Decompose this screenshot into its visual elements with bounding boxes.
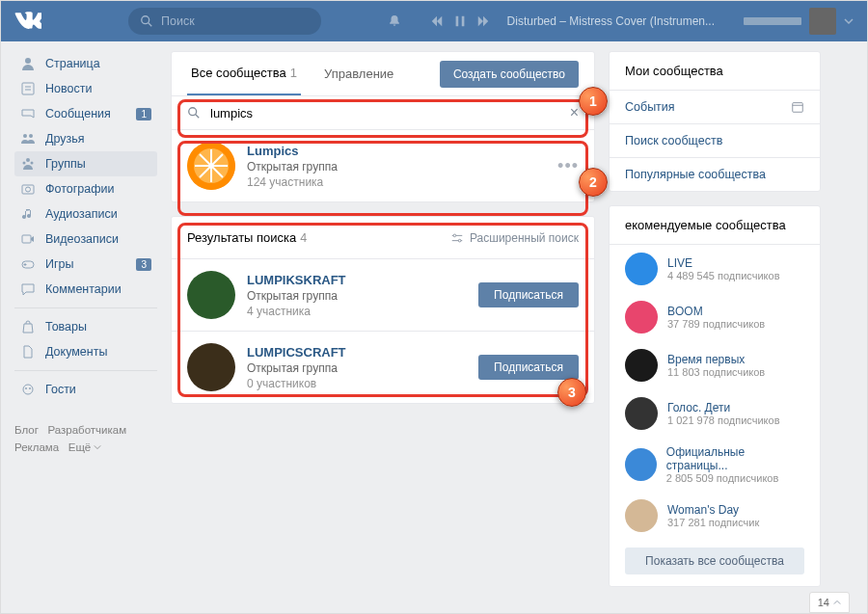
notifications-pill[interactable]: 14 xyxy=(809,592,850,613)
rec-name: Официальные страницы... xyxy=(666,445,804,472)
rec-item[interactable]: Время первых 11 803 подписчиков xyxy=(610,341,820,389)
badge: 1 xyxy=(136,108,151,120)
header-search[interactable]: Поиск xyxy=(128,8,321,35)
rec-item[interactable]: Голос. Дети 1 021 978 подписчиков xyxy=(610,389,820,438)
footer-link[interactable]: Ещё xyxy=(68,441,92,453)
prev-icon[interactable] xyxy=(430,14,444,28)
svg-point-8 xyxy=(23,134,27,138)
photos-icon xyxy=(20,181,36,197)
main: Все сообщества1 Управление Создать сообщ… xyxy=(171,51,595,603)
aside-title: екомендуемые сообщества xyxy=(610,206,820,245)
footer-link[interactable]: Блог xyxy=(14,424,39,436)
rec-avatar xyxy=(625,499,658,532)
sidebar-item-video[interactable]: Видеозаписи xyxy=(14,227,157,252)
rec-name: BOOM xyxy=(667,305,765,318)
tab-all[interactable]: Все сообщества1 xyxy=(187,52,301,95)
comments-icon xyxy=(20,281,36,297)
aside-link-popular[interactable]: Популярные сообщества xyxy=(610,157,820,191)
audio-icon xyxy=(20,206,36,222)
sidebar-item-audio[interactable]: Аудиозаписи xyxy=(14,201,157,227)
community-members: 4 участника xyxy=(247,305,467,318)
sidebar-item-games[interactable]: Игры3 xyxy=(14,252,157,277)
rec-name: LIVE xyxy=(667,256,780,270)
sidebar-item-page[interactable]: Страница xyxy=(14,51,157,76)
header: Поиск Disturbed – Mistress Cover (Instru… xyxy=(1,1,867,41)
sliders-icon xyxy=(450,231,464,245)
advanced-search-link[interactable]: Расширенный поиск xyxy=(450,231,579,245)
community-name[interactable]: LUMPIKSKRAFT xyxy=(247,273,467,287)
footer-link[interactable]: Реклама xyxy=(14,441,59,453)
sidebar-item-comments[interactable]: Комментарии xyxy=(14,277,157,302)
pause-icon[interactable] xyxy=(453,14,467,28)
sidebar-item-label: Новости xyxy=(45,82,92,95)
username-placeholder xyxy=(744,17,801,25)
link-label: События xyxy=(625,100,675,114)
user-menu[interactable] xyxy=(744,8,854,35)
subscribe-button[interactable]: Подписаться xyxy=(478,282,579,307)
tab-label: Все сообщества xyxy=(191,66,286,80)
community-search-input[interactable] xyxy=(210,106,560,120)
community-avatar[interactable] xyxy=(187,343,235,391)
create-community-button[interactable]: Создать сообщество xyxy=(440,61,579,88)
community-members: 0 участников xyxy=(247,377,467,390)
rec-item[interactable]: Официальные страницы... 2 805 509 подпис… xyxy=(610,438,820,492)
next-icon[interactable] xyxy=(476,14,490,28)
sidebar-item-label: Друзья xyxy=(45,132,85,146)
svg-point-21 xyxy=(29,387,31,389)
my-communities-panel: Мои сообщества События Поиск сообществ П… xyxy=(609,51,821,192)
aside-link-events[interactable]: События xyxy=(610,91,820,123)
sidebar-item-groups[interactable]: Группы xyxy=(14,151,157,176)
results-title: Результаты поиска xyxy=(187,230,296,245)
calendar-icon xyxy=(791,100,804,114)
advanced-label: Расширенный поиск xyxy=(470,231,579,245)
rec-item[interactable]: LIVE 4 489 545 подписчиков xyxy=(610,245,820,293)
bell-icon[interactable] xyxy=(388,14,401,28)
recommended-panel: екомендуемые сообщества LIVE 4 489 545 п… xyxy=(609,205,821,587)
show-all-button[interactable]: Показать все сообщества xyxy=(625,547,804,574)
sidebar-item-messages[interactable]: Сообщения1 xyxy=(14,101,157,126)
community-name[interactable]: LUMPICSCRAFT xyxy=(247,345,467,360)
result-row: LUMPIKSKRAFT Открытая группа 4 участника… xyxy=(172,259,594,331)
sidebar-item-photos[interactable]: Фотографии xyxy=(14,176,157,201)
subscribe-button[interactable]: Подписаться xyxy=(478,355,579,380)
sidebar-item-guests[interactable]: Гости xyxy=(14,377,157,402)
sidebar-item-label: Видеозаписи xyxy=(45,232,119,246)
community-avatar[interactable] xyxy=(187,271,235,319)
rec-name: Время первых xyxy=(667,353,765,366)
svg-point-10 xyxy=(26,158,30,162)
search-icon xyxy=(140,14,153,28)
communities-panel: Все сообщества1 Управление Создать сообщ… xyxy=(171,51,595,202)
sidebar-item-docs[interactable]: Документы xyxy=(14,339,157,364)
rec-item[interactable]: BOOM 37 789 подписчиков xyxy=(610,293,820,341)
tab-manage[interactable]: Управление xyxy=(320,52,397,95)
svg-point-32 xyxy=(453,234,456,237)
link-label: Популярные сообщества xyxy=(625,168,766,181)
rec-item[interactable]: Woman's Day 317 281 подписчик xyxy=(610,492,820,540)
footer-link[interactable]: Разработчикам xyxy=(47,424,126,436)
pill-count: 14 xyxy=(818,597,829,608)
sidebar-item-label: Фотографии xyxy=(45,182,114,196)
vk-logo[interactable] xyxy=(14,8,41,35)
guests-icon xyxy=(20,382,36,397)
svg-rect-13 xyxy=(22,185,34,194)
aside-title: Мои сообщества xyxy=(610,52,820,91)
sidebar-item-news[interactable]: Новости xyxy=(14,76,157,101)
more-icon[interactable]: ••• xyxy=(557,156,579,176)
svg-point-14 xyxy=(26,187,31,192)
rec-avatar xyxy=(625,448,657,481)
community-row[interactable]: Lumpics Открытая группа 124 участника ••… xyxy=(172,130,594,201)
result-row: LUMPICSCRAFT Открытая группа 0 участнико… xyxy=(172,331,594,403)
community-type: Открытая группа xyxy=(247,361,467,375)
link-label: Поиск сообществ xyxy=(625,134,722,147)
song-title[interactable]: Disturbed – Mistress Cover (Instrumen... xyxy=(507,14,715,28)
aside-link-search[interactable]: Поиск сообществ xyxy=(610,123,820,157)
rec-sub: 4 489 545 подписчиков xyxy=(667,270,780,281)
sidebar-item-market[interactable]: Товары xyxy=(14,314,157,339)
community-name[interactable]: Lumpics xyxy=(247,144,546,158)
groups-icon xyxy=(20,156,36,172)
rec-name: Голос. Дети xyxy=(667,401,780,414)
sidebar-item-friends[interactable]: Друзья xyxy=(14,126,157,151)
clear-icon[interactable]: × xyxy=(570,104,579,121)
rec-avatar xyxy=(625,253,658,285)
svg-rect-2 xyxy=(455,16,458,27)
